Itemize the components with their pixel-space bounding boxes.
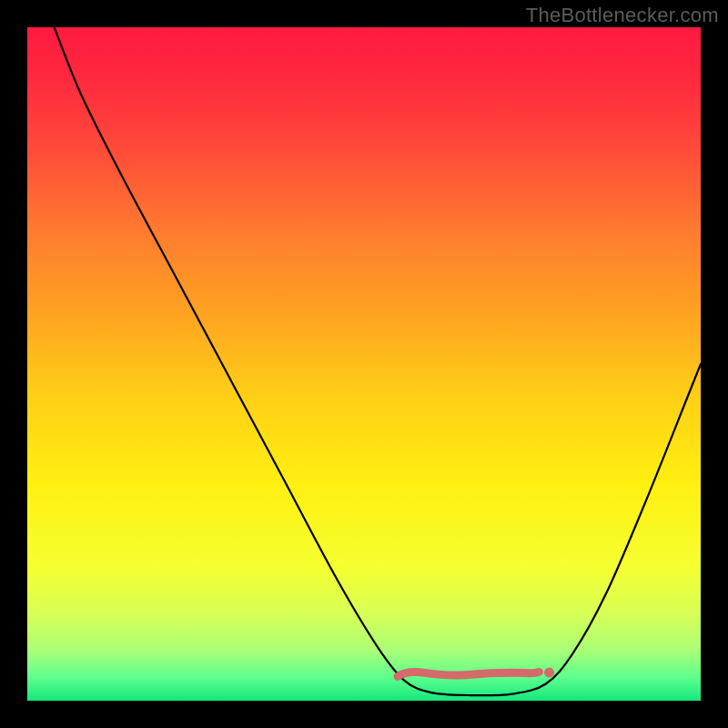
plot-background (27, 27, 701, 701)
optimal-range-endpoint-dot (544, 667, 554, 677)
watermark-label: TheBottleneсker.com (526, 4, 719, 27)
chart-frame: TheBottleneсker.com (0, 0, 728, 728)
optimal-range-marker (398, 672, 539, 676)
bottleneck-chart (0, 0, 728, 728)
